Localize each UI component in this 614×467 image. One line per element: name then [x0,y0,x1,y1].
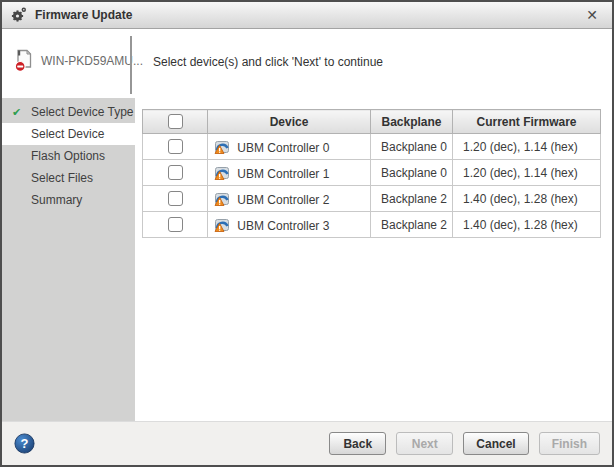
instruction-text: Select device(s) and click 'Next' to con… [153,55,383,69]
row-checkbox[interactable] [168,165,183,180]
step-label: Summary [31,193,82,207]
svg-text:?: ? [21,436,29,451]
wizard-steps-sidebar: ✔ Select Device Type Select Device Flash… [2,98,135,421]
gear-icon [10,7,27,24]
host-name: WIN-PKD59AMU... [41,54,143,68]
backplane-value: Backplane 2 [371,186,453,212]
table-row: UBM Controller 1 Backplane 0 1.20 (dec),… [143,160,601,186]
table-row: UBM Controller 0 Backplane 0 1.20 (dec),… [143,134,601,160]
step-label: Select Device Type [31,105,134,119]
firmware-update-dialog: Firmware Update ✕ WIN-PKD59AMU... Select… [0,0,614,467]
server-blocked-icon [14,49,34,73]
ubm-controller-warning-icon [214,217,230,233]
step-label: Select Device [31,127,104,141]
table-row: UBM Controller 3 Backplane 2 1.40 (dec),… [143,212,601,238]
wizard-buttons: Back Next Cancel Finish [329,432,600,455]
back-button[interactable]: Back [329,432,386,455]
row-checkbox[interactable] [168,191,183,206]
col-current-firmware: Current Firmware [453,110,601,134]
next-button[interactable]: Next [396,432,453,455]
step-completed-check-icon: ✔ [12,101,21,123]
step-select-device-type[interactable]: ✔ Select Device Type [2,101,135,123]
device-name: UBM Controller 1 [237,167,329,181]
step-label: Select Files [31,171,93,185]
device-name: UBM Controller 0 [237,141,329,155]
row-checkbox[interactable] [168,139,183,154]
step-label: Flash Options [31,149,105,163]
table-header-row: Device Backplane Current Firmware [143,110,601,134]
help-icon: ? [14,433,35,454]
device-table: Device Backplane Current Firmware UBM Co… [142,109,601,238]
step-summary[interactable]: Summary [2,189,135,211]
firmware-value: 1.20 (dec), 1.14 (hex) [453,160,601,186]
backplane-value: Backplane 0 [371,160,453,186]
ubm-controller-warning-icon [214,191,230,207]
step-select-device[interactable]: Select Device [2,123,135,145]
backplane-value: Backplane 0 [371,134,453,160]
finish-button[interactable]: Finish [539,432,600,455]
ubm-controller-warning-icon [214,165,230,181]
firmware-value: 1.40 (dec), 1.28 (hex) [453,212,601,238]
close-icon[interactable]: ✕ [582,6,602,24]
footer-bar: ? Back Next Cancel Finish [2,421,612,465]
row-checkbox[interactable] [168,217,183,232]
backplane-value: Backplane 2 [371,212,453,238]
select-all-header-cell [143,110,208,134]
title-bar: Firmware Update ✕ [2,2,612,29]
device-name: UBM Controller 2 [237,193,329,207]
col-device: Device [208,110,371,134]
dialog-title: Firmware Update [35,8,582,22]
firmware-value: 1.20 (dec), 1.14 (hex) [453,134,601,160]
device-name: UBM Controller 3 [237,219,329,233]
header-divider [130,36,132,94]
help-button[interactable]: ? [14,433,35,454]
col-backplane: Backplane [371,110,453,134]
table-row: UBM Controller 2 Backplane 2 1.40 (dec),… [143,186,601,212]
step-select-files[interactable]: Select Files [2,167,135,189]
ubm-controller-warning-icon [214,139,230,155]
select-all-checkbox[interactable] [168,114,183,129]
host-block: WIN-PKD59AMU... [14,49,143,73]
firmware-value: 1.40 (dec), 1.28 (hex) [453,186,601,212]
cancel-button[interactable]: Cancel [463,432,528,455]
step-flash-options[interactable]: Flash Options [2,145,135,167]
